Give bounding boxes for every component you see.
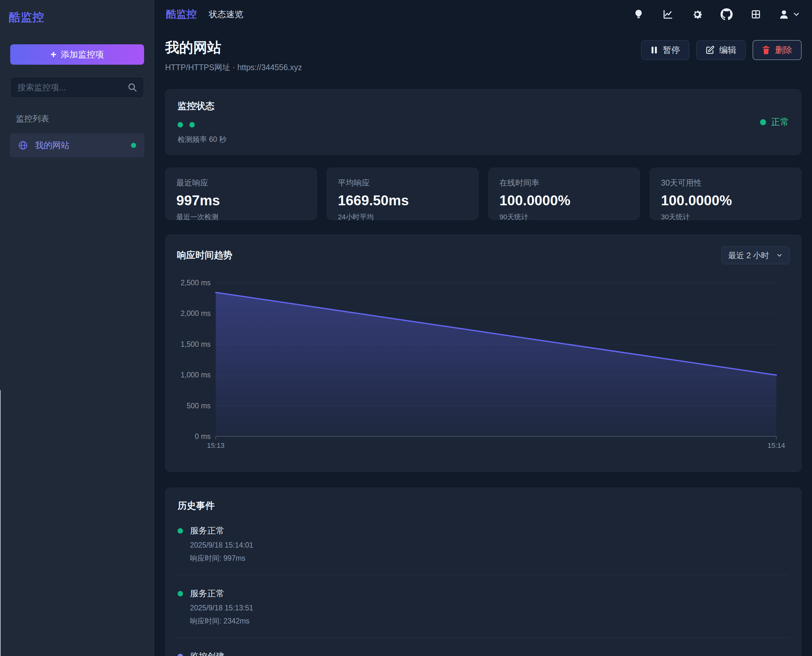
subtitle-separator: · — [232, 63, 237, 72]
edit-icon — [705, 46, 715, 54]
plus-icon: + — [50, 49, 56, 59]
event-status-dot — [178, 528, 183, 534]
stat-value: 100.0000% — [661, 192, 790, 209]
topbar: 酷监控 状态速览 — [155, 0, 812, 29]
stat-sub: 24小时平均 — [338, 212, 467, 222]
user-menu[interactable] — [778, 9, 801, 20]
topbar-page-title: 状态速览 — [209, 9, 243, 20]
left-edge-line — [0, 390, 1, 656]
heartbeat-pip — [178, 122, 183, 127]
event-title: 服务正常 — [190, 525, 253, 537]
event-row: 服务正常 2025/9/18 15:14:01 响应时间: 997ms — [178, 525, 789, 563]
svg-text:1,500 ms: 1,500 ms — [181, 340, 210, 348]
chart-title: 响应时间趋势 — [177, 249, 232, 262]
svg-text:15:14: 15:14 — [768, 441, 785, 449]
stat-sub: 30天统计 — [661, 212, 790, 222]
history-events-card: 历史事件 服务正常 2025/9/18 15:14:01 响应时间: 997ms… — [165, 488, 801, 656]
stat-value: 100.0000% — [500, 192, 629, 209]
page-title: 我的网站 — [165, 38, 302, 57]
topbar-icons — [631, 7, 801, 22]
pause-button[interactable]: 暂停 — [641, 40, 689, 60]
status-badge-dot — [760, 119, 766, 125]
topbar-brand: 酷监控 — [166, 7, 197, 22]
pause-label: 暂停 — [663, 44, 680, 56]
user-icon — [778, 9, 790, 20]
event-divider — [178, 637, 789, 638]
stat-sub: 90天统计 — [500, 212, 629, 222]
history-title: 历史事件 — [178, 500, 789, 512]
edit-label: 编辑 — [719, 44, 736, 56]
sidebar-item-monitor[interactable]: 我的网站 — [9, 133, 144, 158]
heartbeat-pip — [189, 122, 195, 127]
event-title: 监控创建 — [190, 651, 271, 656]
monitor-type: HTTP/HTTPS网址 — [165, 63, 230, 72]
sidebar-brand: 酷监控 — [0, 0, 154, 25]
monitor-list-label: 监控列表 — [16, 113, 154, 124]
chevron-down-icon — [776, 252, 783, 259]
event-row: 监控创建 2025/9/18 15:13:49 监控项已创建并开始检测 — [178, 651, 789, 656]
main-content: 我的网站 HTTP/HTTPS网址 · https://344556.xyz 暂… — [155, 29, 812, 656]
event-desc: 响应时间: 997ms — [190, 553, 253, 563]
trash-icon — [762, 46, 770, 54]
response-chart-svg: 0 ms500 ms1,000 ms1,500 ms2,000 ms2,500 … — [177, 274, 790, 452]
settings-gear-icon[interactable] — [690, 7, 704, 22]
svg-text:500 ms: 500 ms — [187, 402, 211, 410]
status-dot — [131, 143, 136, 148]
delete-button[interactable]: 删除 — [753, 40, 801, 60]
trend-chart-icon[interactable] — [661, 7, 675, 22]
heartbeat-pips — [178, 122, 226, 127]
stat-value: 997ms — [176, 192, 306, 209]
monitor-status-card: 监控状态 检测频率 60 秒 正常 — [165, 89, 801, 155]
sidebar-search — [10, 77, 144, 98]
stat-card-average-response: 平均响应 1669.50ms 24小时平均 — [327, 168, 478, 220]
stat-card-uptime: 在线时间率 100.0000% 90天统计 — [489, 168, 640, 220]
response-time-chart: 0 ms500 ms1,000 ms1,500 ms2,000 ms2,500 … — [177, 274, 790, 452]
monitor-item-label: 我的网站 — [35, 139, 124, 151]
time-range-select[interactable]: 最近 2 小时 — [721, 246, 790, 264]
grid-icon[interactable] — [749, 7, 763, 22]
stat-sub: 最近一次检测 — [176, 212, 306, 222]
status-badge-label: 正常 — [771, 116, 789, 128]
response-trend-card: 响应时间趋势 最近 2 小时 0 ms500 ms1,000 ms1,500 m… — [165, 235, 801, 472]
stat-label: 平均响应 — [338, 178, 467, 188]
svg-text:15:13: 15:13 — [207, 441, 224, 449]
page-header: 我的网站 HTTP/HTTPS网址 · https://344556.xyz 暂… — [165, 38, 801, 73]
stat-label: 最近响应 — [176, 178, 306, 188]
check-frequency: 检测频率 60 秒 — [178, 135, 226, 144]
add-monitor-label: 添加监控项 — [61, 49, 104, 60]
stat-label: 在线时间率 — [500, 178, 629, 188]
stat-card-latest-response: 最近响应 997ms 最近一次检测 — [165, 168, 317, 220]
search-input[interactable] — [10, 77, 144, 98]
event-title: 服务正常 — [190, 588, 253, 599]
stat-value: 1669.50ms — [338, 192, 467, 209]
svg-text:0 ms: 0 ms — [195, 432, 211, 441]
stat-card-30day-availability: 30天可用性 100.0000% 30天统计 — [650, 168, 801, 220]
delete-label: 删除 — [775, 44, 792, 56]
svg-text:2,000 ms: 2,000 ms — [181, 309, 210, 317]
status-card-title: 监控状态 — [178, 100, 226, 113]
monitor-url: https://344556.xyz — [237, 63, 302, 72]
event-status-dot — [178, 591, 183, 596]
lightbulb-icon[interactable] — [631, 7, 646, 22]
svg-text:1,000 ms: 1,000 ms — [181, 371, 210, 379]
header-actions: 暂停 编辑 — [641, 40, 801, 60]
event-created-dot — [178, 654, 183, 656]
page-subtitle: HTTP/HTTPS网址 · https://344556.xyz — [165, 62, 302, 73]
edit-button[interactable]: 编辑 — [696, 40, 746, 60]
stats-row: 最近响应 997ms 最近一次检测 平均响应 1669.50ms 24小时平均 … — [165, 168, 801, 220]
event-desc: 响应时间: 2342ms — [190, 616, 253, 626]
status-badge: 正常 — [760, 100, 789, 144]
chevron-down-icon — [792, 10, 801, 19]
svg-text:2,500 ms: 2,500 ms — [181, 278, 210, 287]
event-time: 2025/9/18 15:14:01 — [190, 541, 253, 549]
app-root: 酷监控 + 添加监控项 监控列表 我的网站 酷监控 — [0, 0, 812, 656]
add-monitor-button[interactable]: + 添加监控项 — [10, 44, 144, 65]
pause-icon — [650, 46, 658, 54]
event-time: 2025/9/18 15:13:51 — [190, 604, 253, 612]
time-range-value: 最近 2 小时 — [728, 250, 769, 261]
event-row: 服务正常 2025/9/18 15:13:51 响应时间: 2342ms — [178, 588, 789, 626]
github-icon[interactable] — [719, 7, 733, 22]
stat-label: 30天可用性 — [661, 178, 790, 188]
event-divider — [178, 575, 789, 575]
globe-icon — [18, 140, 28, 150]
